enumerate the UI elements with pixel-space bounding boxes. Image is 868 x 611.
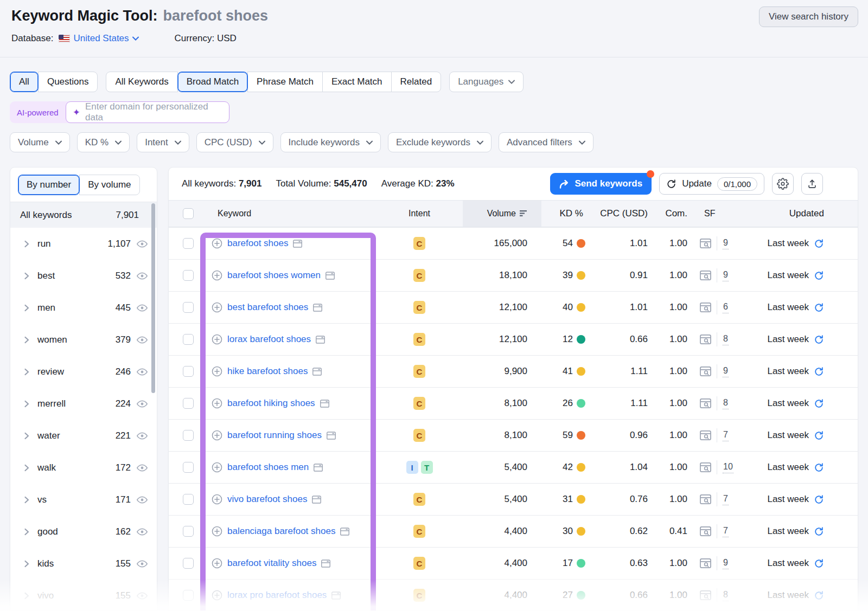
database-selector[interactable]: United States xyxy=(74,33,139,44)
keyword-link[interactable]: barefoot running shoes xyxy=(227,430,322,441)
refresh-row-button[interactable] xyxy=(814,398,824,409)
tab-broad-match[interactable]: Broad Match xyxy=(177,72,248,92)
select-all-checkbox[interactable] xyxy=(183,208,194,219)
refresh-row-button[interactable] xyxy=(814,239,824,249)
serp-preview-button[interactable] xyxy=(699,302,712,313)
tab-all[interactable]: All xyxy=(10,72,39,92)
refresh-row-button[interactable] xyxy=(814,335,824,345)
row-checkbox[interactable] xyxy=(183,558,194,569)
serp-preview-button[interactable] xyxy=(699,430,712,441)
intent-badge-t[interactable]: T xyxy=(421,461,433,474)
row-checkbox[interactable] xyxy=(183,430,194,441)
row-checkbox[interactable] xyxy=(183,334,194,345)
intent-badge-c[interactable]: C xyxy=(413,397,425,410)
intent-badge-c[interactable]: C xyxy=(413,333,425,346)
filter-exclude-keywords[interactable]: Exclude keywords xyxy=(388,132,492,152)
intent-badge-c[interactable]: C xyxy=(413,525,425,538)
tab-phrase-match[interactable]: Phrase Match xyxy=(247,72,323,92)
keyword-link[interactable]: barefoot shoes xyxy=(227,238,288,249)
refresh-row-button[interactable] xyxy=(814,271,824,281)
filter-volume[interactable]: Volume xyxy=(10,132,70,152)
sidebar-group-men[interactable]: men445 xyxy=(10,292,157,324)
serp-preview-button[interactable] xyxy=(699,462,712,473)
intent-badge-c[interactable]: C xyxy=(413,557,425,570)
serp-preview-button[interactable] xyxy=(699,366,712,377)
serp-preview-button[interactable] xyxy=(699,334,712,345)
sf-count[interactable]: 7 xyxy=(723,494,729,505)
filter-advanced-filters[interactable]: Advanced filters xyxy=(499,132,593,152)
sidebar-scrollbar[interactable] xyxy=(151,203,155,393)
by-number-toggle[interactable]: By number xyxy=(18,175,80,195)
keyword-column-header[interactable]: Keyword xyxy=(218,209,251,218)
intent-badge-c[interactable]: C xyxy=(413,589,425,602)
kd-column-header[interactable]: KD % xyxy=(541,208,588,219)
sidebar-group-good[interactable]: good162 xyxy=(10,516,157,548)
row-checkbox[interactable] xyxy=(183,270,194,281)
row-checkbox[interactable] xyxy=(183,302,194,313)
serp-preview-button[interactable] xyxy=(699,526,712,537)
keyword-link[interactable]: lorax pro barefoot shoes xyxy=(227,590,327,601)
sf-count[interactable]: 6 xyxy=(723,302,729,313)
sf-count[interactable]: 8 xyxy=(723,334,729,345)
sf-count[interactable]: 9 xyxy=(723,270,729,281)
filter-cpc-usd-[interactable]: CPC (USD) xyxy=(196,132,273,152)
filter-intent[interactable]: Intent xyxy=(137,132,189,152)
intent-badge-c[interactable]: C xyxy=(413,365,425,378)
sidebar-group-water[interactable]: water221 xyxy=(10,420,157,452)
serp-preview-button[interactable] xyxy=(699,238,712,249)
sidebar-group-vivo[interactable]: vivo155 xyxy=(10,580,157,611)
keyword-link[interactable]: barefoot vitality shoes xyxy=(227,558,316,569)
intent-badge-c[interactable]: C xyxy=(413,269,425,282)
intent-badge-c[interactable]: C xyxy=(413,301,425,314)
updated-column-header[interactable]: Updated xyxy=(742,208,858,219)
send-keywords-button[interactable]: Send keywords xyxy=(550,173,652,195)
row-checkbox[interactable] xyxy=(183,526,194,537)
tab-exact-match[interactable]: Exact Match xyxy=(322,72,392,92)
sf-count[interactable]: 8 xyxy=(723,590,729,601)
intent-badge-c[interactable]: C xyxy=(413,493,425,506)
refresh-row-button[interactable] xyxy=(814,430,824,441)
row-checkbox[interactable] xyxy=(183,366,194,377)
settings-button[interactable] xyxy=(772,173,794,195)
filter-kd-[interactable]: KD % xyxy=(77,132,130,152)
refresh-row-button[interactable] xyxy=(814,462,824,473)
cpc-column-header[interactable]: CPC (USD) xyxy=(588,208,648,219)
sidebar-group-walk[interactable]: walk172 xyxy=(10,452,157,484)
keyword-link[interactable]: hike barefoot shoes xyxy=(227,366,308,377)
sidebar-group-review[interactable]: review246 xyxy=(10,356,157,388)
sf-count[interactable]: 7 xyxy=(723,430,729,441)
keyword-link[interactable]: balenciaga barefoot shoes xyxy=(227,526,335,537)
update-button[interactable]: Update 0/1,000 xyxy=(659,173,764,195)
refresh-row-button[interactable] xyxy=(814,526,824,537)
sf-column-header[interactable]: SF xyxy=(687,209,742,218)
all-keywords-group[interactable]: All keywords 7,901 xyxy=(10,202,157,228)
intent-badge-c[interactable]: C xyxy=(413,429,425,442)
refresh-row-button[interactable] xyxy=(814,494,824,505)
serp-preview-button[interactable] xyxy=(699,398,712,409)
keyword-link[interactable]: vivo barefoot shoes xyxy=(227,494,307,505)
volume-column-header[interactable]: Volume xyxy=(463,201,541,227)
filter-include-keywords[interactable]: Include keywords xyxy=(280,132,381,152)
sidebar-group-best[interactable]: best532 xyxy=(10,260,157,292)
languages-dropdown[interactable]: Languages xyxy=(449,72,524,92)
sf-count[interactable]: 10 xyxy=(723,462,733,473)
tab-all-keywords[interactable]: All Keywords xyxy=(106,72,177,92)
refresh-row-button[interactable] xyxy=(814,303,824,313)
serp-preview-button[interactable] xyxy=(699,494,712,505)
export-button[interactable] xyxy=(801,173,823,195)
keyword-link[interactable]: barefoot shoes women xyxy=(227,270,321,281)
refresh-row-button[interactable] xyxy=(814,558,824,569)
row-checkbox[interactable] xyxy=(183,494,194,505)
domain-input[interactable]: ✦ Enter domain for personalized data xyxy=(66,101,229,123)
keyword-link[interactable]: lorax barefoot shoes xyxy=(227,334,311,345)
serp-preview-button[interactable] xyxy=(699,558,712,569)
intent-badge-c[interactable]: C xyxy=(413,237,425,250)
row-checkbox[interactable] xyxy=(183,398,194,409)
sidebar-group-vs[interactable]: vs171 xyxy=(10,484,157,516)
sf-count[interactable]: 9 xyxy=(723,238,729,249)
sidebar-group-women[interactable]: women379 xyxy=(10,324,157,356)
sidebar-group-run[interactable]: run1,107 xyxy=(10,228,157,260)
refresh-row-button[interactable] xyxy=(814,366,824,377)
view-search-history-button[interactable]: View search history xyxy=(759,7,858,27)
sf-count[interactable]: 9 xyxy=(723,366,729,377)
